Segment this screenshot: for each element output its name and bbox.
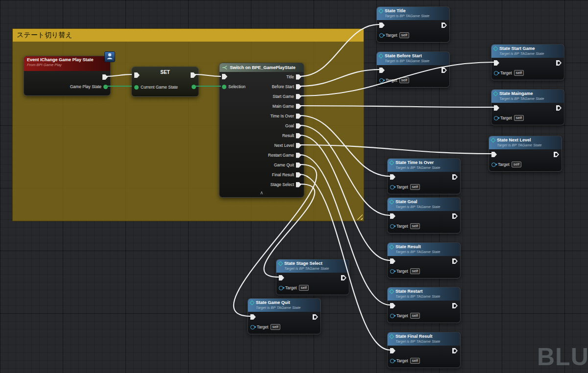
comment-title-bar[interactable]: ステート切り替え	[13, 29, 364, 42]
exec-out-pin[interactable]	[452, 213, 458, 219]
case-exec-pin[interactable]	[296, 114, 301, 119]
exec-out-pin[interactable]	[556, 105, 562, 111]
exec-in-pin[interactable]	[390, 174, 395, 180]
node-subtitle: Target is BP TAGame State	[499, 96, 544, 101]
comment-resize-handle[interactable]	[356, 213, 363, 220]
node-state-time-is-over[interactable]: State Time Is Over Target is BP TAGame S…	[387, 158, 461, 194]
set-output-value-pin[interactable]	[192, 85, 196, 89]
case-exec-pin[interactable]	[296, 182, 301, 187]
exec-out-pin[interactable]	[441, 23, 447, 28]
exec-in-pin[interactable]	[279, 275, 284, 280]
node-state-restart[interactable]: State Restart Target is BP TAGame State …	[387, 287, 461, 323]
case-exec-pin[interactable]	[296, 153, 301, 158]
exec-in-pin[interactable]	[134, 72, 140, 78]
exec-in-pin[interactable]	[494, 105, 499, 111]
target-pin[interactable]	[379, 33, 384, 38]
self-default-value[interactable]: self	[410, 268, 420, 274]
exec-out-pin[interactable]	[554, 152, 559, 157]
case-label: Main Game	[272, 104, 294, 109]
self-default-value[interactable]: self	[399, 32, 409, 38]
case-exec-pin[interactable]	[296, 163, 301, 168]
node-state-title[interactable]: State Title Target is BP TAGame State Ta…	[376, 6, 450, 43]
exec-out-pin[interactable]	[102, 74, 108, 80]
target-pin[interactable]	[390, 359, 394, 363]
node-title: Event IChange Game Play State	[27, 57, 107, 63]
exec-in-pin[interactable]	[390, 348, 395, 353]
node-event-change-game-play-state[interactable]: Event IChange Game Play State From BPI G…	[24, 56, 111, 96]
exec-in-pin[interactable]	[390, 303, 395, 308]
exec-in-pin[interactable]	[390, 213, 395, 219]
self-default-value[interactable]: self	[410, 358, 420, 364]
node-state-before-start[interactable]: State Before Start Target is BP TAGame S…	[376, 51, 450, 88]
node-title: State Restart	[395, 289, 440, 294]
blueprint-watermark: BLUEPRINT	[537, 343, 588, 371]
case-exec-pin[interactable]	[296, 104, 301, 109]
exec-in-pin[interactable]	[390, 258, 395, 264]
exec-out-pin[interactable]	[441, 68, 447, 73]
self-default-value[interactable]: self	[410, 223, 420, 229]
exec-out-pin[interactable]	[341, 275, 346, 280]
exec-in-pin[interactable]	[222, 74, 227, 79]
node-state-final-result[interactable]: State Final Result Target is BP TAGame S…	[387, 332, 461, 368]
self-default-value[interactable]: self	[410, 184, 420, 190]
node-title: State Goal	[395, 199, 440, 205]
node-title: State Title	[385, 8, 429, 14]
target-pin[interactable]	[390, 224, 394, 229]
node-subtitle: Target is BP TAGame State	[385, 59, 429, 63]
self-default-value[interactable]: self	[410, 313, 420, 319]
node-subtitle: From BPI Game Play	[27, 63, 107, 67]
exec-in-pin[interactable]	[491, 152, 497, 157]
target-pin[interactable]	[279, 286, 283, 290]
target-pin[interactable]	[491, 163, 496, 167]
case-exec-pin[interactable]	[296, 74, 301, 80]
game-play-state-pin[interactable]	[103, 85, 108, 89]
node-subtitle: Target is BP TAGame State	[284, 266, 329, 271]
current-game-state-pin[interactable]	[134, 85, 139, 90]
node-set-current-game-state[interactable]: SET Current Game State	[131, 67, 199, 97]
target-pin[interactable]	[494, 116, 498, 120]
case-exec-pin[interactable]	[296, 172, 301, 178]
exec-out-pin[interactable]	[191, 72, 196, 78]
case-exec-pin[interactable]	[296, 84, 301, 90]
selection-pin[interactable]	[222, 85, 226, 89]
exec-out-pin[interactable]	[313, 314, 318, 320]
node-state-game-quit[interactable]: State Game Quit Target is BP TAGame Stat…	[247, 298, 321, 334]
node-switch-on-bpe-gameplaystate[interactable]: Switch on BPE_GamePlayState Selection Ti…	[219, 63, 304, 198]
exec-in-pin[interactable]	[494, 60, 499, 66]
blueprint-graph-canvas[interactable]: ステート切り替え BLUEPRINT Event IChange Game Pl…	[0, 0, 588, 373]
target-pin[interactable]	[494, 71, 498, 75]
exec-in-pin[interactable]	[250, 314, 256, 320]
exec-out-pin[interactable]	[556, 60, 562, 66]
target-label: Target	[500, 116, 512, 120]
exec-out-pin[interactable]	[452, 258, 458, 264]
target-pin[interactable]	[379, 78, 384, 83]
self-default-value[interactable]: self	[514, 115, 524, 121]
node-title: State Before Start	[385, 53, 429, 59]
collapse-chevron-icon[interactable]	[220, 189, 304, 197]
exec-in-pin[interactable]	[379, 68, 385, 73]
case-exec-pin[interactable]	[296, 123, 301, 129]
self-default-value[interactable]: self	[270, 324, 280, 330]
target-pin[interactable]	[390, 314, 394, 318]
node-state-result[interactable]: State Result Target is BP TAGame State T…	[387, 242, 461, 279]
case-exec-pin[interactable]	[296, 133, 301, 139]
exec-in-pin[interactable]	[379, 23, 385, 28]
self-default-value[interactable]: self	[299, 285, 309, 291]
target-pin[interactable]	[390, 185, 394, 189]
node-state-maingame[interactable]: State Maingame Target is BP TAGame State…	[491, 89, 564, 125]
self-default-value[interactable]: self	[399, 77, 409, 83]
node-state-stage-select[interactable]: State Stage Select Target is BP TAGame S…	[276, 259, 349, 295]
case-row-stage-select: Stage Select	[220, 180, 304, 189]
case-exec-pin[interactable]	[296, 94, 301, 99]
exec-out-pin[interactable]	[452, 348, 458, 353]
self-default-value[interactable]: self	[514, 70, 524, 76]
node-state-start-game[interactable]: State Start Game Target is BP TAGame Sta…	[491, 44, 564, 80]
self-default-value[interactable]: self	[512, 162, 521, 167]
target-pin[interactable]	[390, 269, 394, 274]
exec-out-pin[interactable]	[452, 303, 458, 308]
node-state-goal[interactable]: State Goal Target is BP TAGame State Tar…	[387, 197, 461, 233]
case-exec-pin[interactable]	[296, 143, 301, 148]
exec-out-pin[interactable]	[452, 174, 458, 180]
target-pin[interactable]	[250, 325, 255, 329]
node-state-next-level[interactable]: State Next Level Target is BP TAGame Sta…	[489, 136, 562, 172]
